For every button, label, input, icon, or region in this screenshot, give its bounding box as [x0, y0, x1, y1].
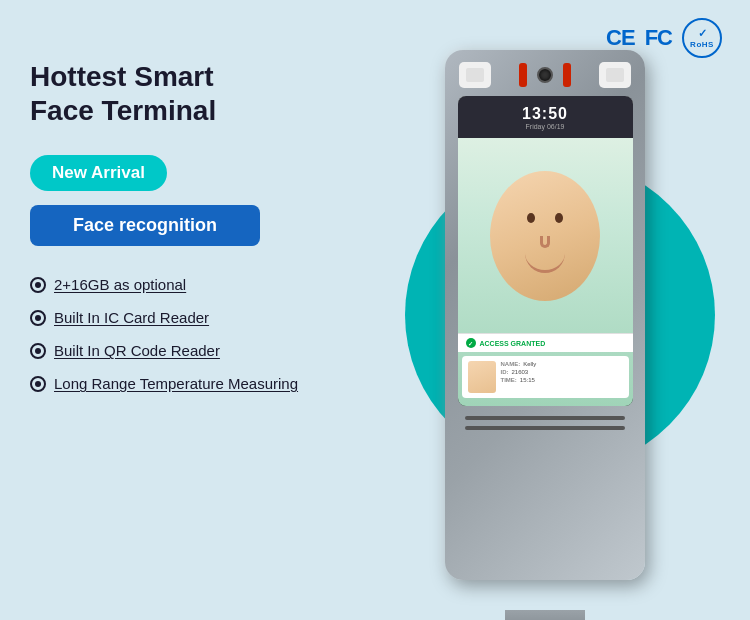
id-value: 21603: [512, 369, 529, 375]
ir-sensor-left: [459, 62, 491, 88]
face-smile: [525, 253, 565, 273]
face-display-area: [458, 138, 633, 333]
face-terminal-device: 13:50 Friday 06/19: [445, 50, 645, 610]
card-reader-slot-2: [465, 426, 625, 430]
features-list: 2+16GB as optional Built In IC Card Read…: [30, 276, 350, 392]
camera-lens: [537, 67, 553, 83]
screen-time-display: 13:50: [522, 105, 568, 123]
id-label: ID:: [501, 369, 509, 375]
feature-memory: 2+16GB as optional: [30, 276, 350, 293]
user-name-row: NAME: Kelly: [501, 361, 537, 367]
sensor-row: [455, 62, 635, 88]
feature-ic-card: Built In IC Card Reader: [30, 309, 350, 326]
screen-date-display: Friday 06/19: [526, 123, 565, 130]
name-label: NAME:: [501, 361, 521, 367]
screen-content: 13:50 Friday 06/19: [458, 96, 633, 406]
feature-bullet-icon: [30, 310, 46, 326]
feature-temperature: Long Range Temperature Measuring: [30, 375, 350, 392]
time-label: TIME:: [501, 377, 517, 383]
name-value: Kelly: [523, 361, 536, 367]
eye-left: [527, 213, 535, 223]
ir-sensor-right: [599, 62, 631, 88]
face-graphic: [490, 171, 600, 301]
user-time-row: TIME: 15:15: [501, 377, 537, 383]
feature-qr-code: Built In QR Code Reader: [30, 342, 350, 359]
device-screen: 13:50 Friday 06/19: [458, 96, 633, 406]
card-reader-slot: [465, 416, 625, 420]
eye-right: [555, 213, 563, 223]
feature-bullet-icon: [30, 343, 46, 359]
user-info-card: NAME: Kelly ID: 21603 TIME: 15:15: [462, 356, 629, 398]
left-panel: Hottest Smart Face Terminal New Arrival …: [30, 60, 350, 392]
user-id-row: ID: 21603: [501, 369, 537, 375]
access-granted-bar: ✓ ACCESS GRANTED: [458, 333, 633, 352]
device-stand: [505, 610, 585, 620]
ir-led-left: [519, 63, 527, 87]
device-panel: 13:50 Friday 06/19: [390, 30, 730, 600]
user-avatar-thumbnail: [468, 361, 496, 393]
device-body: 13:50 Friday 06/19: [445, 50, 645, 580]
ir-led-right: [563, 63, 571, 87]
feature-bullet-icon: [30, 376, 46, 392]
time-value: 15:15: [520, 377, 535, 383]
face-eyes: [527, 213, 563, 223]
face-recognition-badge[interactable]: Face recognition: [30, 205, 260, 246]
device-bottom: [465, 416, 625, 430]
feature-bullet-icon: [30, 277, 46, 293]
face-nose: [540, 236, 550, 248]
screen-header: 13:50 Friday 06/19: [458, 96, 633, 138]
new-arrival-badge: New Arrival: [30, 155, 167, 191]
access-check-icon: ✓: [466, 338, 476, 348]
main-title: Hottest Smart Face Terminal: [30, 60, 350, 127]
access-status-text: ACCESS GRANTED: [480, 340, 546, 347]
center-sensors: [519, 63, 571, 87]
user-details: NAME: Kelly ID: 21603 TIME: 15:15: [501, 361, 537, 393]
